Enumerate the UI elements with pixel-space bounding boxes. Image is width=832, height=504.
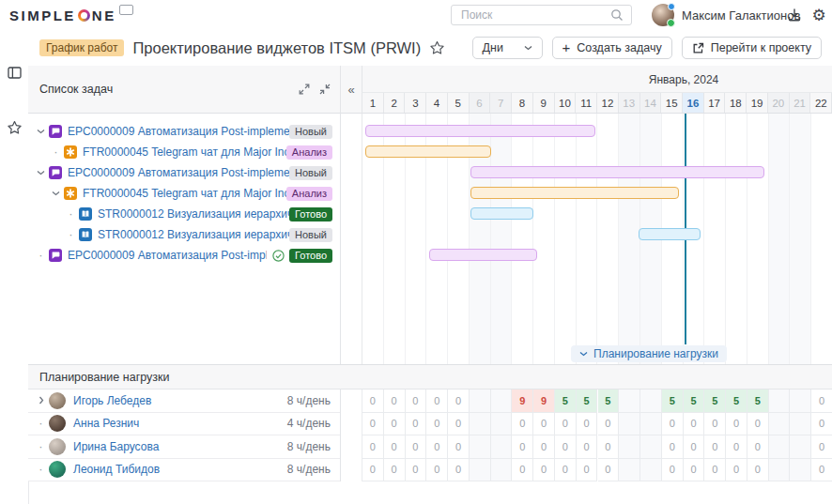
task-link[interactable]: STR0000012 Визуализация иерархической... (98, 207, 289, 221)
expander-chevron-icon[interactable] (34, 129, 48, 134)
favorites-star-icon[interactable] (0, 120, 28, 135)
load-cell: 0 (362, 459, 384, 482)
expander-chevron-icon[interactable] (34, 170, 48, 176)
load-cell: 0 (747, 413, 769, 436)
resource-link[interactable]: Леонид Тибидов (73, 463, 160, 476)
task-link[interactable]: FTR0000045 Telegram чат для Major Incide… (83, 187, 286, 200)
scale-select[interactable]: Дни (472, 37, 543, 59)
daily-rate: 8 ч/день (287, 440, 331, 453)
load-cell (491, 389, 513, 413)
load-cell: 0 (512, 435, 533, 459)
collapse-panel-icon[interactable] (319, 84, 331, 95)
load-cell: 0 (726, 459, 747, 482)
bullet-dot: · (34, 442, 48, 451)
task-link[interactable]: EPC0000009 Автоматизация Post-implementa… (68, 166, 289, 179)
user-avatar[interactable] (652, 4, 674, 26)
load-cell (619, 435, 640, 459)
gantt-bar[interactable] (639, 228, 701, 240)
resource-link[interactable]: Анна Резнич (73, 417, 139, 430)
search-input[interactable] (459, 8, 610, 23)
load-cell (470, 435, 491, 459)
goto-project-button[interactable]: Перейти к проекту (682, 37, 822, 59)
load-planning-toggle[interactable]: Планирование нагрузки (571, 345, 727, 362)
load-cell: 0 (555, 435, 577, 459)
gantt-bar[interactable] (365, 125, 595, 137)
status-badge: Готово (289, 249, 332, 263)
task-row[interactable]: ·EPC0000009 Автоматизация Post-implement… (28, 245, 340, 266)
tasks-panel-title: Список задач (39, 83, 113, 96)
task-row[interactable]: ·STR0000012 Визуализация иерархической..… (28, 204, 340, 224)
chevron-down-icon (524, 45, 532, 51)
task-link[interactable]: FTR0000045 Telegram чат для Major Incide… (83, 145, 286, 159)
resource-link[interactable]: Игорь Лебедев (73, 394, 151, 407)
gantt-bar[interactable] (470, 166, 764, 178)
favorite-star-icon[interactable] (429, 40, 445, 55)
load-cell: 5 (577, 389, 598, 413)
task-row[interactable]: ·STR0000012 Визуализация иерархической..… (28, 224, 340, 245)
expander-chevron-icon[interactable] (34, 396, 48, 405)
load-cell (790, 389, 811, 413)
task-row[interactable]: EPC0000009 Автоматизация Post-implementa… (28, 162, 340, 183)
task-row[interactable]: FTR0000045 Telegram чат для Major Incide… (28, 183, 340, 204)
status-badge: Готово (289, 207, 332, 221)
load-cell (640, 435, 662, 459)
load-cell: 5 (555, 389, 577, 413)
task-link[interactable]: STR0000012 Визуализация иерархической... (98, 228, 289, 241)
load-cell: 0 (406, 435, 427, 459)
task-link[interactable]: EPC0000009 Автоматизация Post-implementa… (68, 249, 267, 262)
load-cell: 0 (726, 435, 747, 459)
day-header-cell: 2 (384, 93, 406, 113)
load-cell: 0 (384, 413, 406, 436)
load-cell (769, 459, 791, 482)
task-row[interactable]: EPC0000009 Автоматизация Post-implementa… (28, 121, 340, 142)
bullet-dot: · (34, 465, 48, 474)
topbar: SIMPLENE Максим Галактионов ⚙ (0, 0, 832, 31)
load-cell: 0 (384, 459, 406, 482)
collapse-list-button[interactable]: « (341, 66, 362, 114)
daily-rate: 8 ч/день (287, 463, 331, 476)
expand-panel-icon[interactable] (299, 84, 310, 95)
load-cell: 0 (426, 413, 448, 436)
load-cell: 5 (704, 389, 726, 413)
download-button[interactable] (783, 0, 806, 30)
bullet-dot: · (34, 251, 48, 260)
load-cell: 0 (384, 389, 406, 413)
online-status-dot (667, 19, 675, 27)
expander-chevron-icon[interactable] (49, 191, 63, 196)
load-cell: 0 (512, 413, 533, 436)
scale-select-value: Дни (483, 41, 503, 54)
load-resource-list: Игорь Лебедев8 ч/день·Анна Резнич4 ч/ден… (28, 389, 341, 481)
load-cell: 5 (662, 389, 684, 413)
create-task-button[interactable]: + Создать задачу (552, 37, 672, 59)
load-grid-row: 0000000000000000 (362, 435, 832, 459)
task-link[interactable]: EPC0000009 Автоматизация Post-implementa… (68, 125, 289, 138)
resource-link[interactable]: Ирина Барусова (73, 440, 159, 453)
settings-gear-icon[interactable]: ⚙ (808, 0, 830, 30)
load-cell: 0 (384, 435, 406, 459)
gantt-day-column (790, 114, 811, 364)
task-row[interactable]: ·FTR0000045 Telegram чат для Major Incid… (28, 142, 340, 162)
gantt-bar[interactable] (470, 207, 533, 220)
logo-text: SIMPLE (9, 8, 76, 23)
done-check-icon (272, 250, 285, 262)
status-badge: Новый (289, 166, 332, 180)
load-cell: 0 (577, 459, 598, 482)
avatar (49, 392, 66, 409)
gantt-bar[interactable] (429, 249, 537, 261)
bullet-dot: · (49, 147, 63, 157)
gantt-bar[interactable] (365, 145, 490, 158)
load-cell (640, 459, 662, 482)
status-badge: Новый (289, 125, 332, 139)
day-header-cell: 5 (448, 93, 470, 113)
load-cell: 0 (598, 459, 620, 482)
day-header-cell: 20 (768, 93, 790, 113)
load-cell (769, 389, 791, 413)
story-icon (79, 207, 92, 221)
gantt-day-column (811, 114, 832, 364)
sidebar-toggle-icon[interactable] (0, 67, 28, 79)
gantt-bar[interactable] (470, 187, 679, 199)
load-cell: 0 (747, 459, 769, 482)
status-badge: Анализ (286, 145, 332, 160)
day-header-cell: 12 (597, 93, 619, 113)
load-grid: 0000099555555550000000000000000000000000… (362, 389, 832, 481)
